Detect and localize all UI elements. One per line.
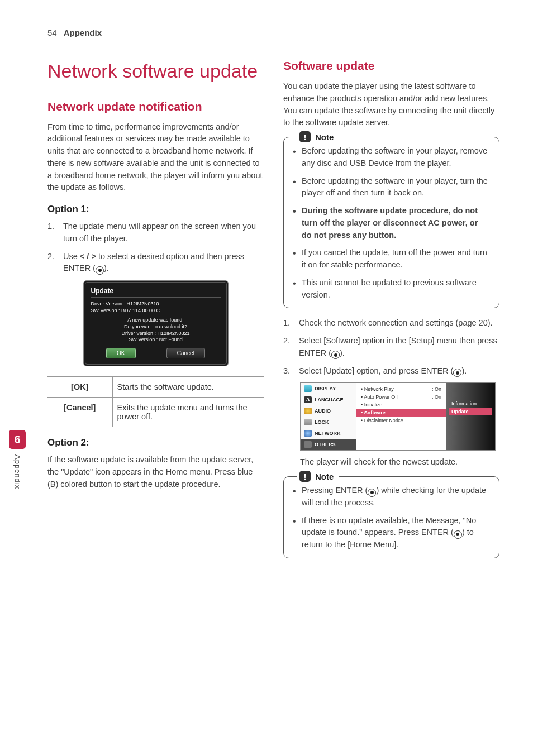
player-check-caption: The player will check for the newest upd… — [300, 456, 499, 468]
sub-update: Update — [449, 408, 492, 415]
update-dialog-screenshot: Update Driver Version : H12IM2N0310 SW V… — [83, 280, 229, 366]
note-box-2: ! Note Pressing ENTER () while checking … — [283, 476, 499, 558]
option1-step-1: The update menu will appear on the scree… — [47, 221, 264, 245]
note1-item-3: During the software update procedure, do… — [293, 205, 490, 241]
ss-msg-2: Do you want to download it? — [91, 324, 221, 331]
su-step-1: Check the network connection and setting… — [283, 317, 499, 329]
note2-item-2: If there is no update available, the Mes… — [293, 515, 490, 551]
note-icon: ! — [299, 471, 311, 482]
side-chapter-label: Appendix — [13, 454, 22, 489]
enter-icon — [454, 530, 462, 539]
note-label: Note — [315, 132, 334, 142]
section-network-notification: Network update notification — [47, 100, 264, 113]
option1-step-2: Use < / > to select a desired option and… — [47, 251, 264, 275]
su-step-3: Select [Update] option, and press ENTER … — [283, 365, 499, 377]
option1-heading: Option 1: — [47, 204, 264, 215]
page-title: Network software update — [47, 59, 264, 83]
note1-item-5: This unit cannot be updated to previous … — [293, 277, 490, 302]
ss-driver-ver: Driver Version : H12IM2N0310 — [91, 301, 221, 308]
tbl-cancel-key: [Cancel] — [47, 398, 112, 427]
page-number: 54 — [47, 28, 57, 37]
option2-heading: Option 2: — [47, 437, 264, 448]
tbl-ok-key: [OK] — [47, 377, 112, 398]
section-software-update: Software update — [283, 59, 499, 73]
tbl-ok-val: Starts the software update. — [112, 377, 264, 398]
menu-language: ALANGUAGE — [301, 394, 356, 405]
mid-software: Software — [356, 409, 446, 417]
su-step-2: Select [Software] option in the [Setup] … — [283, 335, 499, 360]
enter-icon — [96, 266, 104, 275]
menu-audio: AUDIO — [301, 405, 356, 417]
sub-information: Information — [449, 400, 492, 408]
menu-lock: LOCK — [301, 417, 356, 428]
ss-msg-1: A new update was found. — [91, 317, 221, 324]
ss-sw-ver: SW Version : BD7.114.00.00.C — [91, 308, 221, 314]
setup-menu-screenshot: DISPLAY ALANGUAGE AUDIO LOCK NETWORK OTH… — [300, 382, 496, 451]
ss-msg-3: Driver Version : H12IM2N0321 — [91, 331, 221, 337]
option-table: [OK] Starts the software update. [Cancel… — [47, 376, 264, 427]
page-header: 54 Appendix — [47, 28, 499, 37]
menu-network: NETWORK — [301, 428, 356, 439]
software-update-intro: You can update the player using the late… — [283, 80, 499, 129]
enter-icon — [368, 489, 376, 497]
ss-cancel-button: Cancel — [166, 348, 205, 358]
intro-paragraph: From time to time, performance improveme… — [47, 121, 264, 194]
ss-ok-button: OK — [106, 348, 135, 358]
option2-paragraph: If the software update is available from… — [47, 454, 264, 490]
menu-others: OTHERS — [301, 439, 356, 450]
tbl-cancel-val: Exits the update menu and turns the powe… — [112, 398, 264, 427]
note-icon: ! — [299, 131, 311, 142]
note1-item-1: Before updating the software in your pla… — [293, 145, 490, 170]
menu-display: DISPLAY — [301, 383, 356, 394]
left-column: Network software update Network update n… — [47, 59, 264, 567]
mid-initialize: Initialize — [361, 401, 441, 409]
header-rule — [47, 42, 499, 42]
note2-item-1: Pressing ENTER () while checking for the… — [293, 485, 490, 509]
note1-item-2: Before updating the software in your pla… — [293, 175, 490, 200]
mid-disclaimer: Disclaimer Notice — [361, 417, 441, 424]
note-label: Note — [315, 472, 334, 481]
ss-msg-4: SW Version : Not Found — [91, 337, 221, 343]
header-section: Appendix — [64, 28, 102, 37]
ss-title: Update — [91, 287, 221, 295]
note1-item-4: If you cancel the update, turn off the p… — [293, 247, 490, 271]
enter-icon — [453, 369, 461, 377]
side-tab: 6 Appendix — [9, 430, 26, 489]
software-update-steps: Check the network connection and setting… — [283, 317, 499, 377]
option1-steps: The update menu will appear on the scree… — [47, 221, 264, 275]
side-chapter-num: 6 — [9, 430, 26, 449]
mid-autopower: Auto Power Off: On — [361, 393, 441, 401]
enter-icon — [331, 351, 340, 359]
mid-networkplay: Network Play: On — [361, 385, 441, 393]
note-box-1: ! Note Before updating the software in y… — [283, 137, 499, 308]
right-column: Software update You can update the playe… — [283, 59, 499, 567]
